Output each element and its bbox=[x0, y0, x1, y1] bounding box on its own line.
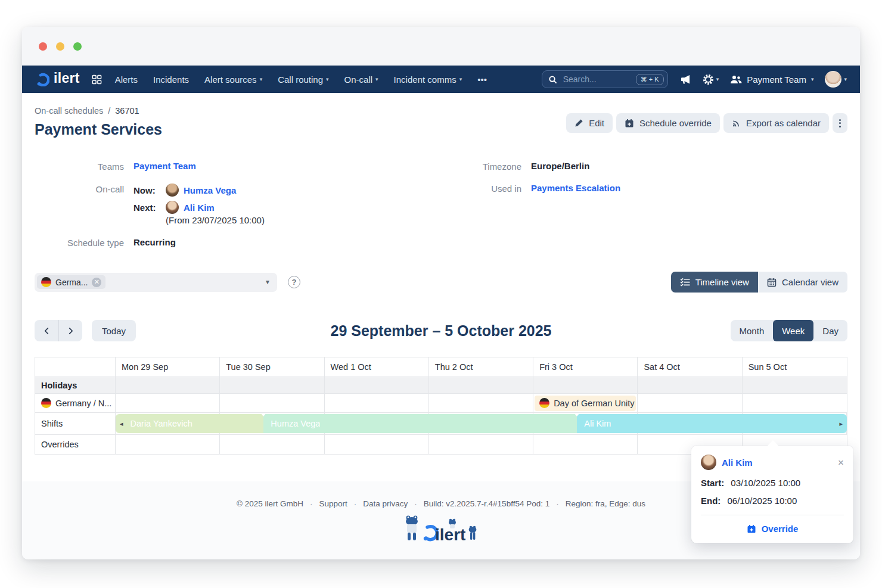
shift-bar-daria-yankevich[interactable]: ◂Daria Yankevich bbox=[116, 414, 263, 433]
oncall-now-user-link[interactable]: Humza Vega bbox=[184, 185, 236, 195]
help-icon[interactable]: ? bbox=[288, 276, 300, 288]
app-window: ilert AlertsIncidentsAlert sources▾Call … bbox=[22, 27, 860, 559]
shift-bar-humza-vega[interactable]: Humza Vega bbox=[263, 414, 577, 433]
oncall-block: Now: Humza Vega Next: Ali Kim (From 23/0… bbox=[133, 183, 336, 225]
breadcrumb-parent[interactable]: On-call schedules bbox=[35, 106, 103, 116]
germany-flag-icon bbox=[41, 277, 51, 287]
used-in-value-link[interactable]: Payments Escalation bbox=[531, 183, 620, 193]
used-in-label: Used in bbox=[465, 183, 521, 194]
popover-end-value: 06/10/2025 10:00 bbox=[728, 496, 797, 506]
teams-value-link[interactable]: Payment Team bbox=[133, 161, 196, 171]
export-calendar-button[interactable]: Export as calendar bbox=[723, 113, 829, 133]
global-search[interactable]: ⌘ + K bbox=[542, 70, 668, 88]
announcements-button[interactable] bbox=[680, 74, 691, 85]
calendar-view-label: Calendar view bbox=[782, 277, 838, 287]
chevron-left-icon bbox=[43, 327, 51, 335]
team-selector-label: Payment Team bbox=[747, 74, 806, 85]
more-actions-button[interactable] bbox=[833, 113, 847, 133]
settings-button[interactable]: ▾ bbox=[703, 74, 719, 85]
shift-details-popover: Ali Kim × Start: 03/10/2025 10:00 End: 0… bbox=[691, 446, 853, 543]
shift-bar-ali-kim[interactable]: Ali Kim▸ bbox=[577, 414, 847, 433]
day-header-label: Tue 30 Sep bbox=[226, 362, 270, 372]
bar-junction-notch bbox=[260, 413, 266, 416]
region-day-cell bbox=[743, 394, 847, 413]
shifts-row-label: Shifts bbox=[35, 413, 116, 435]
popover-override-button[interactable]: Override bbox=[701, 524, 844, 534]
prev-week-button[interactable] bbox=[35, 320, 58, 341]
close-icon[interactable]: × bbox=[838, 458, 844, 468]
month-view-button[interactable]: Month bbox=[731, 320, 774, 341]
nav-item-on-call[interactable]: On-call▾ bbox=[344, 74, 378, 85]
nav-item-incident-comms[interactable]: Incident comms▾ bbox=[394, 74, 462, 85]
nav-item-alerts[interactable]: Alerts bbox=[115, 74, 138, 85]
team-selector[interactable]: Payment Team ▾ bbox=[730, 74, 813, 85]
calendar-grid-icon bbox=[767, 278, 777, 287]
remove-chip-icon[interactable]: ✕ bbox=[92, 278, 101, 287]
overrides-row-label: Overrides bbox=[35, 435, 116, 455]
chevron-down-icon: ▾ bbox=[375, 76, 378, 82]
day-header-label: Thu 2 Oct bbox=[435, 362, 473, 372]
teams-label: Teams bbox=[35, 161, 124, 172]
chevron-down-icon: ▾ bbox=[811, 76, 814, 82]
timeline-view-button[interactable]: Timeline view bbox=[671, 272, 758, 293]
calendar-view-button[interactable]: Calendar view bbox=[758, 272, 847, 293]
pencil-icon bbox=[574, 119, 583, 127]
ilert-mark-icon bbox=[35, 72, 49, 86]
oncall-next-label: Next: bbox=[133, 203, 161, 213]
traffic-light-close[interactable] bbox=[39, 42, 47, 51]
day-header-label: Wed 1 Oct bbox=[331, 362, 371, 372]
oncall-now-label: Now: bbox=[133, 185, 161, 195]
chevron-down-icon: ▾ bbox=[844, 76, 847, 82]
footer-support-link[interactable]: Support bbox=[319, 499, 347, 508]
nav-item-label: Incidents bbox=[153, 74, 189, 85]
nav-item-incidents[interactable]: Incidents bbox=[153, 74, 189, 85]
avatar-ali-kim bbox=[166, 201, 179, 214]
selected-region-chip: Germa... ✕ bbox=[37, 275, 105, 289]
day-view-button[interactable]: Day bbox=[813, 320, 847, 341]
edit-button-label: Edit bbox=[589, 118, 604, 128]
user-menu[interactable]: ▾ bbox=[825, 71, 847, 88]
week-view-button[interactable]: Week bbox=[773, 320, 813, 341]
breadcrumb-current: 36701 bbox=[115, 106, 139, 116]
today-button[interactable]: Today bbox=[92, 320, 136, 341]
shifts-overlay: ◂Daria YankevichHumza VegaAli Kim▸ bbox=[116, 413, 847, 434]
search-icon bbox=[548, 75, 557, 84]
popover-user-link[interactable]: Ali Kim bbox=[722, 458, 753, 468]
nav-item-more[interactable]: ••• bbox=[477, 74, 487, 85]
granularity-switcher: Month Week Day bbox=[731, 320, 847, 341]
override-day-cell bbox=[325, 435, 429, 455]
holiday-empty-cell bbox=[429, 377, 533, 394]
edit-button[interactable]: Edit bbox=[566, 113, 613, 133]
date-range-title: 29 September – 5 October 2025 bbox=[330, 322, 551, 340]
holiday-region-select[interactable]: Germa... ✕ ▼ bbox=[35, 273, 277, 292]
bar-junction-notch bbox=[574, 413, 580, 416]
footer-privacy-link[interactable]: Data privacy bbox=[363, 499, 408, 508]
traffic-light-minimize[interactable] bbox=[56, 42, 64, 51]
nav-item-label: Call routing bbox=[278, 74, 323, 85]
oncall-next-user-link[interactable]: Ali Kim bbox=[184, 203, 215, 213]
holiday-region-row: Germany / N...Day of German Unity bbox=[35, 394, 847, 413]
svg-text:ilert: ilert bbox=[435, 525, 465, 544]
next-week-button[interactable] bbox=[58, 320, 82, 341]
nav-item-alert-sources[interactable]: Alert sources▾ bbox=[204, 74, 262, 85]
day-header-label: Sun 5 Oct bbox=[749, 362, 787, 372]
ilert-logo[interactable]: ilert bbox=[35, 71, 80, 87]
corner-cell bbox=[35, 357, 116, 377]
avatar-humza-vega bbox=[166, 183, 179, 197]
search-input[interactable] bbox=[562, 74, 631, 85]
day-header: Mon 29 Sep bbox=[116, 357, 220, 377]
holiday-event-label: Day of German Unity bbox=[554, 399, 634, 408]
rss-icon bbox=[732, 119, 741, 127]
traffic-light-zoom[interactable] bbox=[73, 42, 82, 51]
apps-grid-icon[interactable] bbox=[92, 74, 102, 85]
day-header-label: Mon 29 Sep bbox=[122, 362, 168, 372]
schedule-override-button[interactable]: Schedule override bbox=[616, 113, 720, 133]
holiday-event-badge[interactable]: Day of German Unity bbox=[535, 396, 636, 411]
popover-end-label: End: bbox=[701, 496, 720, 506]
region-label-text: Germany / N... bbox=[55, 399, 111, 408]
ilert-mascot-logo: ilert bbox=[401, 513, 481, 546]
megaphone-icon bbox=[680, 74, 691, 85]
holiday-empty-cell bbox=[638, 377, 742, 394]
nav-item-call-routing[interactable]: Call routing▾ bbox=[278, 74, 328, 85]
window-titlebar bbox=[22, 27, 860, 66]
